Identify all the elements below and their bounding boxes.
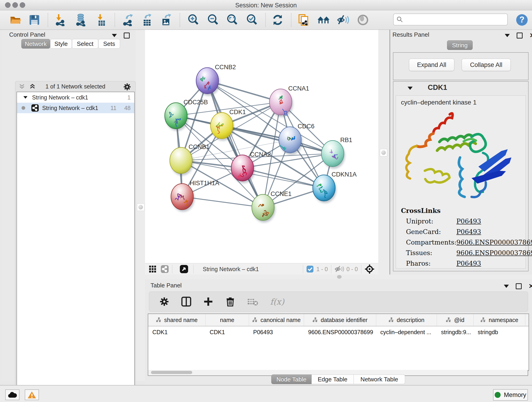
crosslink-pharos[interactable]: P06493: [456, 260, 481, 267]
network-options-gear-icon[interactable]: [123, 83, 131, 91]
zoom-out-button[interactable]: [206, 13, 220, 27]
left-splitter[interactable]: [136, 30, 145, 381]
bottom-splitter-handle[interactable]: [337, 275, 342, 279]
network-node-cdkn1a[interactable]: [313, 175, 335, 201]
node-label: CDC25B: [184, 99, 208, 106]
open-session-button[interactable]: [9, 13, 22, 27]
collection-expand-icon[interactable]: [23, 96, 27, 99]
import-database-button[interactable]: [74, 13, 88, 27]
tab-network[interactable]: Network: [21, 39, 50, 49]
crosslink-tissues[interactable]: 9606.ENSP00000378699: [456, 249, 532, 257]
collapse-all-button[interactable]: Collapse All: [462, 59, 511, 71]
network-node-rb1[interactable]: [322, 140, 344, 167]
zoom-selected-button[interactable]: [245, 13, 259, 27]
column-header-shared-name[interactable]: shared name: [148, 314, 206, 326]
tab-string[interactable]: String: [447, 40, 473, 50]
table-panel-close-icon[interactable]: ✕: [529, 284, 532, 288]
memory-label: Memory: [504, 391, 526, 399]
network-node-ccna2[interactable]: [231, 155, 254, 181]
crosslink-compartments[interactable]: 9606.ENSP00000378699: [456, 239, 532, 246]
table-row[interactable]: CDK1CDK1P064939606.ENSP00000378699cyclin…: [148, 326, 529, 338]
control-panel-menu-icon[interactable]: [112, 34, 117, 37]
import-network-button[interactable]: [53, 13, 67, 27]
cloud-icon: [8, 392, 17, 398]
grid-view-icon[interactable]: [149, 265, 157, 273]
table-panel-float-icon[interactable]: [516, 283, 522, 289]
crosslink-label: Pharos:: [406, 260, 431, 267]
create-column-plus-icon[interactable]: [203, 297, 213, 307]
table-hscrollbar-thumb[interactable]: [151, 371, 192, 374]
crosslink-label: GeneCard:: [406, 228, 441, 236]
save-session-button[interactable]: [27, 13, 41, 27]
table-cell[interactable]: cyclin–dependent ...: [376, 326, 437, 338]
crosslink-uniprot[interactable]: P06493: [456, 217, 481, 225]
column-header-namespace[interactable]: namespace: [474, 314, 525, 326]
table-options-gear-icon[interactable]: [159, 297, 169, 307]
right-splitter[interactable]: [378, 30, 389, 274]
column-header-description[interactable]: description: [376, 314, 437, 326]
import-table-button[interactable]: [95, 13, 108, 27]
table-cell[interactable]: CDK1: [206, 326, 249, 338]
tab-node-table[interactable]: Node Table: [271, 375, 312, 384]
table-cell[interactable]: P06493: [249, 326, 304, 338]
table-panel-menu-icon[interactable]: [504, 285, 509, 288]
network-edge[interactable]: [207, 81, 263, 207]
tab-sets[interactable]: Sets: [98, 39, 120, 49]
control-panel-float-icon[interactable]: [124, 32, 130, 38]
hide-selected-button[interactable]: [336, 13, 350, 27]
column-header-database-identifier[interactable]: database identifier: [304, 314, 376, 326]
first-neighbors-button[interactable]: [317, 13, 330, 27]
cloud-status-button[interactable]: [5, 389, 19, 400]
memory-button[interactable]: Memory: [493, 389, 528, 401]
right-splitter-handle[interactable]: [380, 149, 387, 156]
clone-network-button[interactable]: [297, 13, 311, 27]
help-button[interactable]: ?: [515, 13, 529, 27]
table-cell[interactable]: stringdb: [474, 326, 525, 338]
gene-collapse-icon[interactable]: [408, 87, 413, 90]
network-collection-row[interactable]: String Network – cdk1 1: [17, 92, 134, 103]
expand-all-button[interactable]: Expand All: [409, 59, 454, 71]
network-node-ccnb1[interactable]: [170, 147, 192, 173]
zoom-fit-button[interactable]: [225, 13, 239, 27]
delete-column-trash-icon[interactable]: [225, 297, 235, 307]
table-cell[interactable]: stringdb:9...: [437, 326, 474, 338]
refresh-button[interactable]: [271, 13, 285, 27]
selected-checkbox-icon[interactable]: [306, 265, 314, 273]
column-sitemap-icon: [446, 317, 451, 323]
search-input[interactable]: [403, 16, 500, 23]
network-node-cdc6[interactable]: [279, 127, 301, 153]
table-cell[interactable]: 9606.ENSP00000378699: [304, 326, 376, 338]
export-image-button[interactable]: [159, 13, 173, 27]
network-canvas[interactable]: CCNB2CCNA1CDC25BCDK1CDC6RB1CCNB1CCNA2CDK…: [145, 30, 378, 263]
column-header-name[interactable]: name: [206, 314, 249, 326]
column-header--id[interactable]: @id: [437, 314, 474, 326]
left-splitter-handle[interactable]: [137, 204, 144, 211]
results-panel-close-icon[interactable]: ✕: [530, 33, 532, 38]
export-network-button[interactable]: [121, 13, 135, 27]
export-table-button[interactable]: [140, 13, 154, 27]
crosslink-genecard[interactable]: P06493: [456, 228, 481, 236]
results-panel-float-icon[interactable]: [517, 32, 523, 38]
results-panel-menu-icon[interactable]: [505, 34, 510, 37]
network-row-selected[interactable]: String Network – cdk1 11 48: [17, 103, 134, 113]
column-header-canonical-name[interactable]: canonical name: [249, 314, 304, 326]
results-panel-title: Results Panel: [393, 31, 429, 38]
show-columns-icon[interactable]: [181, 297, 191, 307]
title-bar: Session: New Session: [0, 0, 532, 10]
bottom-splitter[interactable]: [145, 274, 532, 279]
tab-style[interactable]: Style: [50, 39, 72, 49]
pan-crosshair-icon[interactable]: [365, 264, 375, 274]
show-all-button[interactable]: [356, 13, 370, 27]
tab-network-table[interactable]: Network Table: [354, 375, 405, 384]
network-view-title: String Network – cdk1: [203, 266, 259, 273]
network-node-ccnb2[interactable]: [196, 68, 219, 94]
string-view-icon[interactable]: [161, 265, 169, 273]
birds-eye-view-icon[interactable]: [180, 265, 188, 274]
table-cell[interactable]: CDK1: [148, 326, 206, 338]
node-label: CCNB2: [215, 64, 236, 70]
tab-edge-table[interactable]: Edge Table: [312, 375, 354, 384]
warnings-button[interactable]: [25, 389, 39, 400]
tab-select[interactable]: Select: [72, 39, 98, 49]
network-graph[interactable]: CCNB2CCNA1CDC25BCDK1CDC6RB1CCNB1CCNA2CDK…: [145, 30, 378, 263]
zoom-in-button[interactable]: [186, 13, 200, 27]
